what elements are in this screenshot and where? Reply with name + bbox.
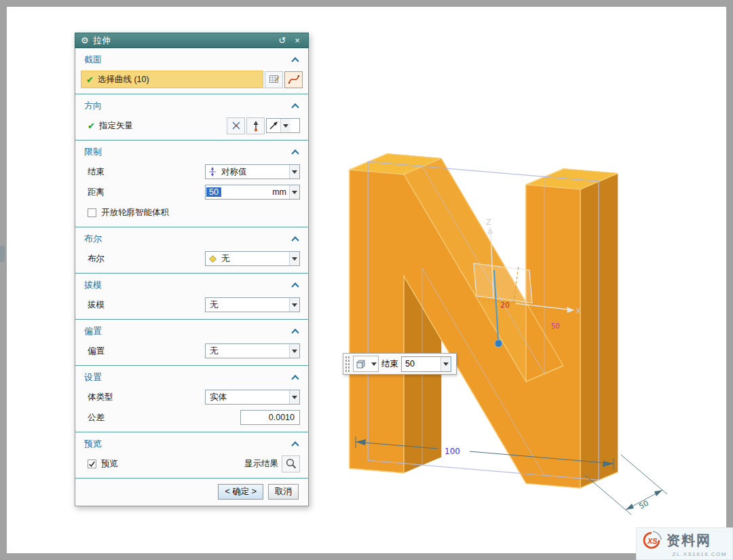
chevron-up-icon <box>291 103 299 111</box>
end-type-dropdown[interactable]: 对称值 <box>205 164 300 179</box>
section-header-offset[interactable]: 偏置 <box>75 321 308 341</box>
dropdown-arrow-icon <box>289 390 299 404</box>
chevron-up-icon <box>291 236 299 244</box>
dialog-titlebar[interactable]: ⚙ 拉伸 ↺ × <box>75 33 309 48</box>
gear-icon[interactable]: ⚙ <box>81 36 89 45</box>
dropdown-arrow-icon <box>289 252 299 265</box>
ok-button[interactable]: < 确定 > <box>218 484 263 500</box>
section-group-offset: 偏置 偏置 无 <box>75 319 308 365</box>
boolean-value: 无 <box>219 253 289 265</box>
end-type-value: 对称值 <box>219 166 289 178</box>
draft-label: 拔模 <box>88 299 105 311</box>
body-type-dropdown[interactable]: 实体 <box>205 390 300 405</box>
tolerance-label: 公差 <box>88 412 105 424</box>
chevron-up-icon <box>291 149 299 157</box>
open-profile-label: 开放轮廓智能体积 <box>101 207 169 219</box>
distance-label: 距离 <box>88 187 105 198</box>
inferred-vector-button[interactable] <box>227 117 245 134</box>
symmetric-value-icon <box>206 167 219 176</box>
close-icon[interactable]: × <box>292 36 303 45</box>
vector-flip-button[interactable] <box>246 117 265 134</box>
section-header-settings[interactable]: 设置 <box>75 367 308 387</box>
preview-label: 预览 <box>101 458 118 470</box>
distance-input[interactable]: 50 mm <box>205 185 300 200</box>
z-axis-arrow <box>487 227 493 234</box>
section-header-limits[interactable]: 限制 <box>75 142 308 162</box>
section-header-boolean[interactable]: 布尔 <box>75 229 308 248</box>
extruded-solid-n[interactable] <box>350 151 618 491</box>
preview-checkbox[interactable] <box>88 460 96 468</box>
watermark: XS 资料网 ZL.XS1616.COM <box>636 527 733 560</box>
dialog-footer: < 确定 > 取消 <box>75 478 308 506</box>
show-result-label: 显示结果 <box>244 458 278 470</box>
dropdown-arrow-icon <box>289 298 299 312</box>
section-group-limits: 限制 结束 对称值 <box>75 140 308 227</box>
offset-value: 无 <box>206 346 289 357</box>
curve-select-button[interactable] <box>284 71 303 88</box>
dialog-title: 拉伸 <box>93 35 273 47</box>
watermark-logo-icon: XS <box>641 530 664 550</box>
z-axis-label: Z <box>486 218 491 227</box>
extrude-dialog: ⚙ 拉伸 ↺ × 截面 ✔ 选择曲线 (10) <box>75 33 309 506</box>
select-curve-label: 选择曲线 (10) <box>98 74 149 86</box>
section-group-direction: 方向 ✔ 指定矢量 <box>75 94 308 140</box>
section-header-direction[interactable]: 方向 <box>75 96 308 115</box>
dropdown-arrow-icon <box>371 362 377 366</box>
x-axis-label: X <box>576 307 581 316</box>
offset-dropdown[interactable]: 无 <box>205 343 300 358</box>
watermark-site-name: 资料网 <box>666 531 711 550</box>
application-window: X Z 100 50 20 50 <box>0 0 733 560</box>
watermark-site-url: ZL.XS1616.COM <box>641 551 727 557</box>
section-header-section[interactable]: 截面 <box>75 50 308 69</box>
boolean-none-icon <box>206 255 219 263</box>
end-label: 结束 <box>381 358 398 370</box>
section-header-preview[interactable]: 预览 <box>75 434 308 453</box>
section-header-draft[interactable]: 拔模 <box>75 275 308 295</box>
draft-dropdown[interactable]: 无 <box>205 297 300 312</box>
width-dimension-label[interactable]: 100 <box>445 447 460 456</box>
tolerance-input[interactable]: 0.0010 <box>240 410 300 425</box>
boolean-label: 布尔 <box>88 253 105 265</box>
chevron-up-icon <box>291 441 299 449</box>
chevron-up-icon <box>291 57 299 64</box>
watermark-logo-text: XS <box>647 537 658 545</box>
drag-grip[interactable] <box>345 356 350 372</box>
handle-ball[interactable] <box>495 340 502 348</box>
handle-dimension-label[interactable]: 50 <box>551 322 560 330</box>
end-label: 结束 <box>88 166 105 178</box>
end-distance-input[interactable]: 50 <box>401 356 451 372</box>
end-mode-dropdown[interactable] <box>353 356 379 372</box>
section-group-settings: 设置 体类型 实体 公差 0.0010 <box>75 365 308 432</box>
distance-unit: mm <box>272 187 286 197</box>
select-curve-row[interactable]: ✔ 选择曲线 (10) <box>75 69 308 90</box>
dropdown-arrow-icon[interactable] <box>289 185 299 199</box>
cancel-button[interactable]: 取消 <box>268 484 299 500</box>
section-group-draft: 拔模 拔模 无 <box>75 273 308 319</box>
chevron-up-icon <box>291 375 299 382</box>
curve-icon <box>288 73 300 86</box>
sketch-dimension-label[interactable]: 20 <box>500 301 510 310</box>
section-group-section: 截面 ✔ 选择曲线 (10) <box>75 48 308 94</box>
chevron-up-icon <box>291 329 299 336</box>
specify-vector-label: 指定矢量 <box>99 120 133 132</box>
vector-type-dropdown[interactable] <box>266 118 300 133</box>
boolean-dropdown[interactable]: 无 <box>205 251 300 266</box>
magnifier-icon <box>285 458 297 470</box>
distance-value[interactable]: 50 <box>206 187 221 197</box>
open-profile-checkbox[interactable] <box>88 208 96 217</box>
onscreen-input-toolbar: 结束 50 <box>343 353 457 375</box>
check-icon: ✔ <box>86 75 94 85</box>
panel-collapse-tab[interactable] <box>0 246 5 262</box>
checkmark-icon <box>88 460 96 468</box>
check-icon: ✔ <box>88 121 95 131</box>
dropdown-arrow-icon <box>289 344 299 358</box>
body-type-label: 体类型 <box>88 392 113 403</box>
vector-arrow-icon <box>250 119 262 132</box>
select-curve-highlight[interactable]: ✔ 选择曲线 (10) <box>81 71 263 88</box>
show-result-button[interactable] <box>282 455 300 472</box>
sketch-section-button[interactable] <box>265 71 283 88</box>
input-dropdown-button[interactable] <box>440 357 451 371</box>
reset-icon[interactable]: ↺ <box>277 36 288 45</box>
inferred-vector-icon <box>230 119 242 132</box>
depth-dimension-label[interactable]: 50 <box>637 499 650 511</box>
